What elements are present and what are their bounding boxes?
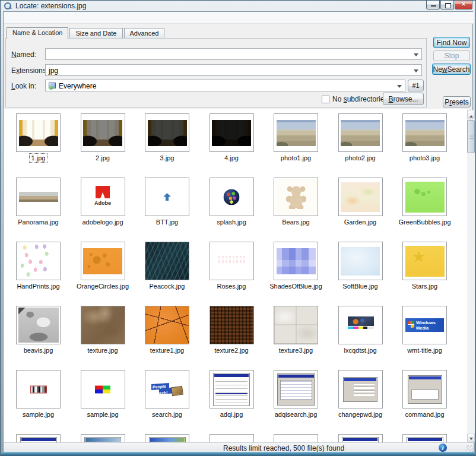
presets-button[interactable]: Presets <box>443 96 471 107</box>
file-thumbnail[interactable] <box>210 178 254 216</box>
file-item[interactable]: command.jpg <box>402 370 447 434</box>
browse-button[interactable]: Browse... <box>383 93 424 105</box>
close-button[interactable] <box>455 1 472 10</box>
menu-help[interactable] <box>45 17 54 19</box>
file-thumbnail[interactable] <box>338 306 383 344</box>
results-scrollbar[interactable] <box>467 110 475 442</box>
file-thumbnail[interactable] <box>274 434 318 442</box>
file-thumbnail[interactable] <box>338 370 383 408</box>
file-item[interactable]: photo1.jpg <box>274 113 318 178</box>
file-item[interactable]: GreenBubbles.jpg <box>402 178 447 242</box>
file-thumbnail[interactable] <box>338 113 383 152</box>
file-item[interactable]: texture3.jpg <box>274 306 318 370</box>
title-bar[interactable]: Locate: extensions.jpg <box>1 1 475 11</box>
file-item[interactable] <box>145 434 189 442</box>
file-item[interactable]: 1.jpg <box>16 113 61 178</box>
file-name[interactable]: adqisearch.jpg <box>273 410 319 419</box>
file-item[interactable]: changepwd.jpg <box>338 370 383 434</box>
menu-file[interactable] <box>7 17 16 19</box>
file-name[interactable]: adqi.jpg <box>218 410 245 419</box>
file-name[interactable]: beavis.jpg <box>22 346 55 354</box>
file-name[interactable]: photo3.jpg <box>408 154 442 162</box>
file-item[interactable]: texture1.jpg <box>145 306 189 370</box>
file-name[interactable]: changepwd.jpg <box>337 410 384 419</box>
file-thumbnail[interactable] <box>210 306 254 344</box>
file-name[interactable]: search.jpg <box>150 410 184 419</box>
file-thumbnail[interactable] <box>81 242 125 280</box>
file-item[interactable] <box>402 434 447 442</box>
file-item[interactable]: Windows Mediawmt-title.jpg <box>402 306 447 370</box>
file-name[interactable]: lxcqdtst.jpg <box>342 346 378 354</box>
file-thumbnail[interactable] <box>16 434 61 442</box>
file-thumbnail[interactable] <box>16 113 61 152</box>
file-thumbnail[interactable] <box>210 242 254 280</box>
file-item[interactable]: photo3.jpg <box>402 113 447 178</box>
file-name[interactable]: texture1.jpg <box>148 346 186 354</box>
file-name[interactable]: SoftBlue.jpg <box>341 282 379 290</box>
file-item[interactable]: OrangeCircles.jpg <box>81 242 125 306</box>
file-item[interactable]: SoftBlue.jpg <box>338 242 383 306</box>
file-thumbnail[interactable] <box>16 306 61 344</box>
file-name[interactable]: GreenBubbles.jpg <box>396 218 452 226</box>
file-item[interactable]: Stars.jpg <box>402 242 447 306</box>
file-item[interactable]: Garden.jpg <box>338 178 383 242</box>
file-thumbnail[interactable] <box>402 242 447 280</box>
minimize-button[interactable] <box>426 1 440 10</box>
file-thumbnail[interactable] <box>145 434 189 442</box>
file-thumbnail[interactable] <box>274 306 318 344</box>
file-name[interactable]: photo2.jpg <box>343 154 377 162</box>
file-item[interactable]: Bears.jpg <box>274 178 318 242</box>
file-thumbnail[interactable] <box>338 434 383 442</box>
file-item[interactable]: texture.jpg <box>81 306 125 370</box>
file-item[interactable]: Panorama.jpg <box>16 178 61 242</box>
file-thumbnail[interactable] <box>338 178 383 216</box>
file-thumbnail[interactable] <box>402 178 447 216</box>
file-thumbnail[interactable] <box>210 113 254 152</box>
menu-edit[interactable] <box>16 17 26 19</box>
file-name[interactable]: texture2.jpg <box>212 346 250 354</box>
file-item[interactable] <box>338 434 383 442</box>
file-item[interactable] <box>274 434 318 442</box>
file-name[interactable]: command.jpg <box>403 410 446 419</box>
file-name[interactable]: Roses.jpg <box>215 282 248 290</box>
look-in-dropdown-arrow-icon[interactable] <box>397 85 402 90</box>
file-item[interactable]: Roses.jpg <box>210 242 254 306</box>
extensions-input[interactable]: jpg <box>45 64 422 76</box>
file-name[interactable]: wmt-title.jpg <box>405 346 444 354</box>
file-item[interactable]: Peacock.jpg <box>145 242 189 306</box>
file-name[interactable]: Panorama.jpg <box>16 218 61 226</box>
file-item[interactable]: 2.jpg <box>81 113 125 178</box>
tab-size-and-date[interactable]: Size and Date <box>69 28 122 38</box>
extensions-dropdown-arrow-icon[interactable] <box>414 69 418 75</box>
tab-advanced[interactable]: Advanced <box>124 28 165 38</box>
stop-button[interactable]: Stop <box>433 50 470 61</box>
file-name[interactable]: 4.jpg <box>223 154 240 162</box>
file-item[interactable]: Adobeadobelogo.jpg <box>81 178 125 242</box>
file-item[interactable]: 3.jpg <box>145 113 189 178</box>
file-thumbnail[interactable] <box>274 370 318 408</box>
file-item[interactable]: lxcqdtst.jpg <box>338 306 383 370</box>
file-thumbnail[interactable] <box>16 178 61 216</box>
file-name[interactable]: 3.jpg <box>158 154 176 162</box>
file-name[interactable]: adobelogo.jpg <box>80 218 125 226</box>
file-thumbnail[interactable] <box>81 306 125 344</box>
file-item[interactable]: 4.jpg <box>210 113 254 178</box>
file-item[interactable]: adqi.jpg <box>210 370 254 434</box>
file-thumbnail[interactable] <box>274 178 318 216</box>
file-item[interactable]: photo2.jpg <box>338 113 383 178</box>
named-dropdown-arrow-icon[interactable] <box>414 53 418 59</box>
file-item[interactable] <box>81 434 125 442</box>
file-thumbnail[interactable] <box>210 370 254 408</box>
file-name[interactable]: 1.jpg <box>30 154 47 162</box>
menu-tools[interactable] <box>35 17 45 19</box>
file-thumbnail[interactable] <box>145 242 189 280</box>
file-name[interactable]: Bears.jpg <box>280 218 311 226</box>
file-item[interactable]: People Search!search.jpg <box>145 370 189 434</box>
file-item[interactable]: sample.jpg <box>81 370 125 434</box>
scroll-down-button[interactable] <box>467 433 475 442</box>
file-thumbnail[interactable] <box>16 370 61 408</box>
scrollbar-thumb[interactable] <box>467 120 475 153</box>
file-name[interactable]: texture3.jpg <box>277 346 315 354</box>
find-now-button[interactable]: Find Now <box>433 37 470 48</box>
file-thumbnail[interactable] <box>81 434 125 442</box>
